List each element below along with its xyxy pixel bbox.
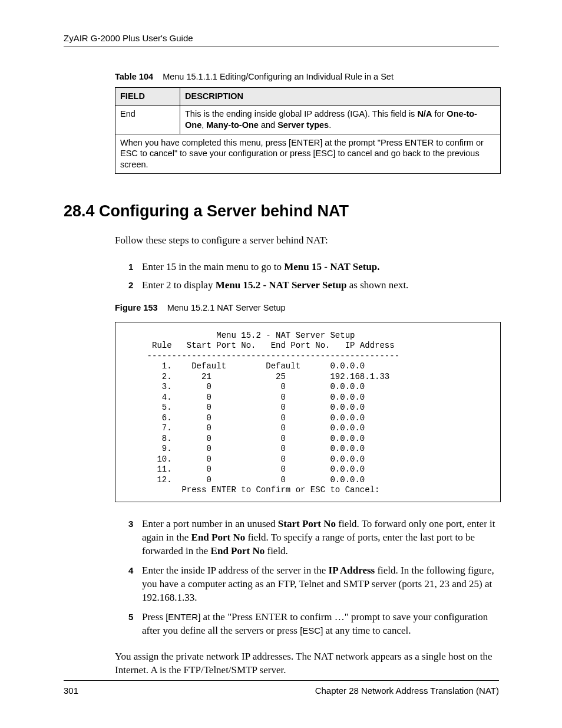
page-footer: 301 Chapter 28 Network Address Translati… [64,680,499,696]
step-item: 4 Enter the inside IP address of the ser… [131,564,499,605]
page-header: ZyAIR G-2000 Plus User's Guide [64,33,499,47]
closing-paragraph: You assign the private network IP addres… [115,650,499,677]
step-item: 1 Enter 15 in the main menu to go to Men… [131,261,499,274]
page-number: 301 [64,686,78,696]
cell-desc: This is the ending inside global IP addr… [180,105,501,134]
steps-list-2: 3 Enter a port number in an unused Start… [131,518,499,638]
table-footnote: When you have completed this menu, press… [115,134,501,174]
chapter-label: Chapter 28 Network Address Translation (… [315,686,499,696]
step-item: 3 Enter a port number in an unused Start… [131,518,499,558]
figure-caption-text: Menu 15.2.1 NAT Server Setup [167,303,286,312]
terminal-menu-box: Menu 15.2 - NAT Server Setup Rule Start … [115,322,501,502]
section-heading: 28.4 Configuring a Server behind NAT [64,202,499,220]
section-intro: Follow these steps to configure a server… [115,235,499,246]
figure-label: Figure 153 [115,303,158,312]
table-caption: Table 104 Menu 15.1.1.1 Editing/Configur… [115,72,499,81]
figure-caption: Figure 153 Menu 15.2.1 NAT Server Setup [115,303,499,312]
field-description-table: FIELD DESCRIPTION End This is the ending… [115,87,501,174]
table-row: End This is the ending inside global IP … [115,105,501,134]
step-item: 5 Press [ENTER] at the "Press ENTER to c… [131,611,499,638]
steps-list-1: 1 Enter 15 in the main menu to go to Men… [131,261,499,292]
step-item: 2 Enter 2 to display Menu 15.2 - NAT Ser… [131,279,499,292]
table-caption-text: Menu 15.1.1.1 Editing/Configuring an Ind… [163,72,394,81]
col-field: FIELD [115,88,180,106]
guide-title: ZyAIR G-2000 Plus User's Guide [64,33,193,43]
col-desc: DESCRIPTION [180,88,501,106]
table-label: Table 104 [115,72,153,81]
cell-field: End [115,105,180,134]
footnote-text: When you have completed this menu, press… [115,134,501,174]
